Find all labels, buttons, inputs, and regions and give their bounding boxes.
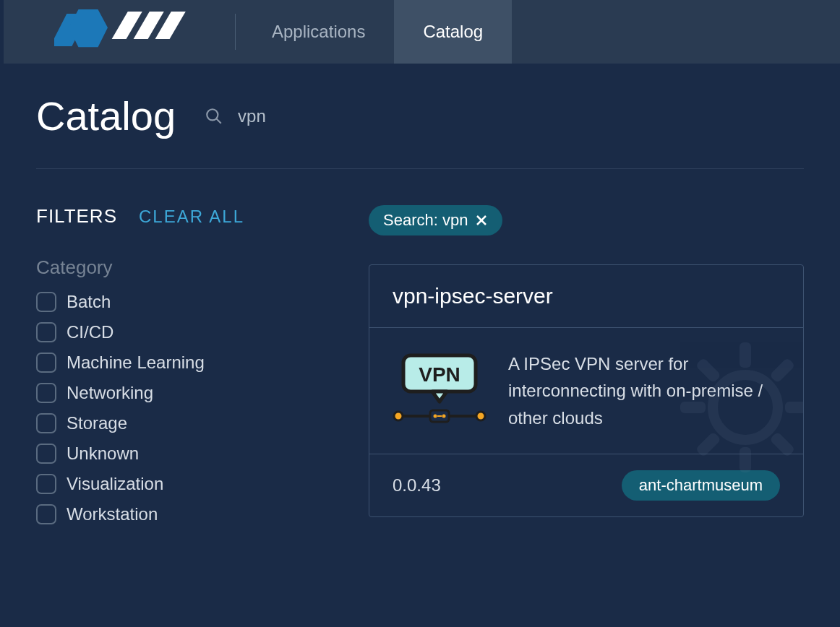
svg-line-5	[216, 118, 221, 124]
filter-item-ml[interactable]: Machine Learning	[36, 353, 333, 373]
logo	[54, 7, 235, 57]
filter-item-visualization[interactable]: Visualization	[36, 474, 333, 494]
filter-item-batch[interactable]: Batch	[36, 292, 333, 312]
nav-tabs: Applications Catalog	[243, 0, 512, 64]
filter-label: Machine Learning	[67, 353, 205, 373]
page-header: Catalog	[36, 92, 804, 169]
repo-badge: ant-chartmuseum	[622, 470, 780, 501]
checkbox[interactable]	[36, 444, 56, 464]
chip-label: Search: vpn	[383, 211, 468, 230]
version-text: 0.0.43	[393, 475, 441, 496]
filter-label: Visualization	[67, 474, 163, 494]
filter-list: Batch CI/CD Machine Learning Networking …	[36, 292, 333, 524]
nav-divider	[235, 14, 236, 50]
checkbox[interactable]	[36, 292, 56, 312]
filter-label: Networking	[67, 383, 153, 403]
card-description: A IPSec VPN server for interconnecting w…	[508, 350, 780, 431]
checkbox[interactable]	[36, 474, 56, 494]
filter-item-workstation[interactable]: Workstation	[36, 504, 333, 524]
svg-point-25	[442, 415, 446, 418]
filters-panel: FILTERS CLEAR ALL Category Batch CI/CD M…	[36, 205, 333, 524]
filter-item-networking[interactable]: Networking	[36, 383, 333, 403]
category-heading: Category	[36, 256, 333, 279]
svg-rect-12	[785, 402, 804, 413]
svg-point-22	[476, 412, 485, 420]
svg-text:VPN: VPN	[419, 363, 460, 386]
card-header: vpn-ipsec-server	[369, 265, 803, 328]
checkbox[interactable]	[36, 353, 56, 373]
card-footer: 0.0.43 ant-chartmuseum	[369, 454, 803, 516]
top-nav-bar: Applications Catalog	[0, 0, 840, 64]
tab-applications[interactable]: Applications	[243, 0, 394, 64]
page-title: Catalog	[36, 92, 176, 139]
filter-label: Unknown	[67, 444, 139, 464]
tab-catalog[interactable]: Catalog	[394, 0, 512, 64]
filter-label: Workstation	[67, 504, 158, 524]
filter-label: Storage	[67, 413, 127, 433]
search-input[interactable]	[238, 106, 455, 126]
checkbox[interactable]	[36, 504, 56, 524]
svg-point-4	[207, 109, 218, 120]
filter-label: CI/CD	[67, 322, 113, 342]
svg-point-24	[434, 415, 437, 418]
results-panel: Search: vpn vpn-ipsec-server	[369, 205, 804, 524]
checkbox[interactable]	[36, 383, 56, 403]
search-icon	[205, 107, 223, 126]
result-card[interactable]: vpn-ipsec-server	[369, 264, 804, 517]
svg-point-21	[394, 412, 403, 420]
checkbox[interactable]	[36, 413, 56, 433]
filter-item-cicd[interactable]: CI/CD	[36, 322, 333, 342]
vpn-icon: VPN	[393, 350, 487, 432]
filter-label: Batch	[67, 292, 111, 312]
filter-item-unknown[interactable]: Unknown	[36, 444, 333, 464]
svg-rect-16	[769, 431, 795, 457]
svg-marker-18	[432, 392, 447, 402]
filters-title: FILTERS	[36, 205, 117, 228]
checkbox[interactable]	[36, 322, 56, 342]
close-icon[interactable]	[475, 214, 488, 227]
card-body: VPN A IPSec VPN server for interconnecti…	[369, 328, 803, 454]
filter-item-storage[interactable]: Storage	[36, 413, 333, 433]
card-title: vpn-ipsec-server	[393, 284, 780, 308]
svg-rect-14	[695, 431, 721, 457]
search-area	[205, 106, 455, 126]
logo-icon	[54, 7, 199, 57]
clear-all-button[interactable]: CLEAR ALL	[139, 207, 244, 227]
search-chip: Search: vpn	[369, 205, 502, 235]
